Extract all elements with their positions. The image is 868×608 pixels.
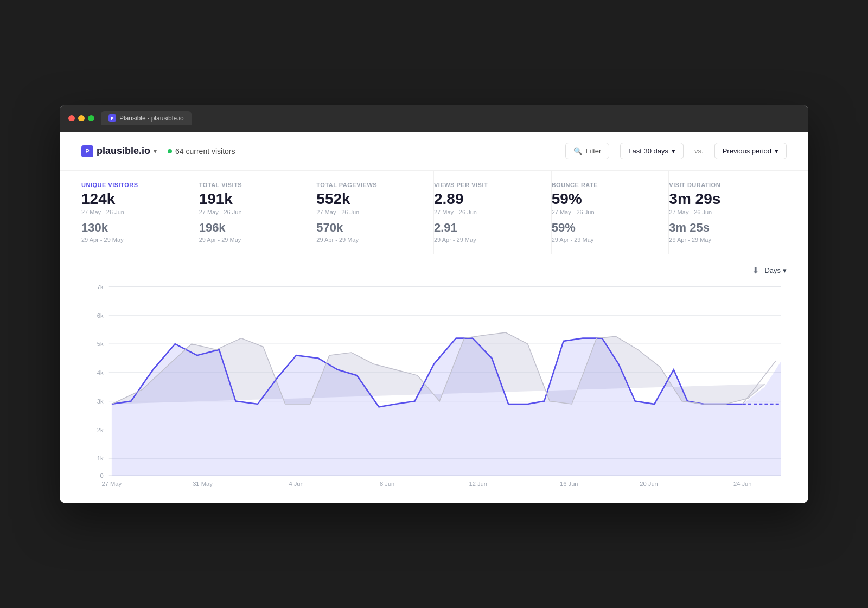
stat-label: TOTAL VISITS — [199, 182, 305, 188]
svg-text:8 Jun: 8 Jun — [380, 481, 394, 487]
chevron-down-icon: ▾ — [154, 148, 157, 155]
logo-text: plausible.io — [97, 145, 150, 157]
header: P plausible.io ▾ 64 current visitors 🔍 F… — [60, 132, 808, 171]
stat-prev-value: 2.91 — [434, 221, 540, 235]
stat-date: 27 May - 26 Jun — [552, 209, 658, 215]
days-select[interactable]: Days ▾ — [764, 266, 787, 274]
stat-prev-value: 130k — [81, 221, 188, 235]
svg-text:6k: 6k — [97, 312, 104, 318]
stat-date: 27 May - 26 Jun — [316, 209, 423, 215]
visitors-count: 64 current visitors — [175, 147, 235, 156]
vs-label: vs. — [694, 147, 704, 155]
search-icon: 🔍 — [573, 147, 582, 155]
svg-text:12 Jun: 12 Jun — [469, 481, 487, 487]
svg-marker-17 — [112, 338, 781, 476]
stat-prev-date: 29 Apr - 29 May — [434, 236, 540, 243]
stat-card-4[interactable]: BOUNCE RATE 59% 27 May - 26 Jun 59% 29 A… — [552, 171, 669, 254]
logo-icon: P — [81, 145, 93, 157]
stat-prev-date: 29 Apr - 29 May — [316, 236, 423, 243]
comparison-label: Previous period — [723, 147, 771, 155]
svg-text:1k: 1k — [97, 455, 104, 462]
stat-card-0[interactable]: UNIQUE VISITORS 124k 27 May - 26 Jun 130… — [81, 171, 199, 254]
chart-controls: ⬇ Days ▾ — [81, 265, 787, 276]
svg-text:4 Jun: 4 Jun — [289, 481, 303, 487]
stat-date: 27 May - 26 Jun — [434, 209, 540, 215]
browser-window: P Plausible · plausible.io P plausible.i… — [60, 105, 808, 503]
svg-text:4k: 4k — [97, 369, 104, 376]
period-select[interactable]: Last 30 days ▾ — [620, 143, 684, 159]
visitors-badge: 64 current visitors — [168, 147, 235, 156]
filter-button[interactable]: 🔍 Filter — [565, 143, 609, 159]
stat-prev-date: 29 Apr - 29 May — [669, 236, 776, 243]
stat-label: BOUNCE RATE — [552, 182, 658, 188]
chart-container: 7k 6k 5k 4k 3k 2k 1k 0 — [81, 281, 787, 487]
stat-value: 124k — [81, 191, 188, 207]
svg-text:16 Jun: 16 Jun — [560, 481, 578, 487]
chevron-down-icon: ▾ — [672, 147, 675, 155]
stat-prev-value: 570k — [316, 221, 423, 235]
stat-label: TOTAL PAGEVIEWS — [316, 182, 423, 188]
stat-label: VIEWS PER VISIT — [434, 182, 540, 188]
stat-card-1[interactable]: TOTAL VISITS 191k 27 May - 26 Jun 196k 2… — [199, 171, 317, 254]
svg-text:5k: 5k — [97, 341, 104, 347]
page-content: P plausible.io ▾ 64 current visitors 🔍 F… — [60, 132, 808, 503]
stat-prev-value: 196k — [199, 221, 305, 235]
stat-label: UNIQUE VISITORS — [81, 182, 188, 188]
filter-label: Filter — [585, 147, 601, 155]
stat-date: 27 May - 26 Jun — [81, 209, 188, 215]
download-button[interactable]: ⬇ — [752, 265, 759, 276]
traffic-lights — [68, 115, 94, 121]
chart-area: ⬇ Days ▾ 7k — [60, 254, 808, 503]
fullscreen-button[interactable] — [88, 115, 94, 121]
stat-prev-value: 59% — [552, 221, 658, 235]
browser-chrome: P Plausible · plausible.io — [60, 105, 808, 132]
stats-grid: UNIQUE VISITORS 124k 27 May - 26 Jun 130… — [60, 171, 808, 254]
tab-title: Plausible · plausible.io — [119, 114, 184, 122]
stat-value: 2.89 — [434, 191, 540, 207]
stat-card-5[interactable]: VISIT DURATION 3m 29s 27 May - 26 Jun 3m… — [669, 171, 787, 254]
stat-prev-date: 29 Apr - 29 May — [81, 236, 188, 243]
chart-svg: 7k 6k 5k 4k 3k 2k 1k 0 — [81, 281, 787, 487]
stat-prev-value: 3m 25s — [669, 221, 776, 235]
stat-date: 27 May - 26 Jun — [669, 209, 776, 215]
svg-text:3k: 3k — [97, 398, 104, 405]
stat-label: VISIT DURATION — [669, 182, 776, 188]
chevron-down-icon: ▾ — [783, 266, 787, 274]
period-label: Last 30 days — [628, 147, 668, 155]
svg-text:2k: 2k — [97, 426, 104, 433]
stat-value: 552k — [316, 191, 423, 207]
chevron-down-icon: ▾ — [775, 147, 778, 155]
stat-value: 59% — [552, 191, 658, 207]
minimize-button[interactable] — [78, 115, 85, 121]
stat-prev-date: 29 Apr - 29 May — [552, 236, 658, 243]
svg-text:27 May: 27 May — [102, 481, 122, 487]
visitors-dot — [168, 149, 172, 153]
stat-card-3[interactable]: VIEWS PER VISIT 2.89 27 May - 26 Jun 2.9… — [434, 171, 552, 254]
svg-text:31 May: 31 May — [193, 481, 213, 487]
svg-text:24 Jun: 24 Jun — [733, 481, 751, 487]
stat-card-2[interactable]: TOTAL PAGEVIEWS 552k 27 May - 26 Jun 570… — [316, 171, 434, 254]
stat-prev-date: 29 Apr - 29 May — [199, 236, 305, 243]
svg-text:7k: 7k — [97, 284, 104, 290]
stat-value: 3m 29s — [669, 191, 776, 207]
svg-text:20 Jun: 20 Jun — [640, 481, 658, 487]
browser-tab[interactable]: P Plausible · plausible.io — [101, 111, 192, 125]
stat-value: 191k — [199, 191, 305, 207]
svg-text:0: 0 — [100, 472, 103, 479]
comparison-select[interactable]: Previous period ▾ — [714, 143, 787, 159]
stat-date: 27 May - 26 Jun — [199, 209, 305, 215]
logo-area[interactable]: P plausible.io ▾ — [81, 145, 157, 157]
tab-favicon: P — [108, 114, 116, 122]
close-button[interactable] — [68, 115, 75, 121]
days-label: Days — [764, 266, 781, 274]
